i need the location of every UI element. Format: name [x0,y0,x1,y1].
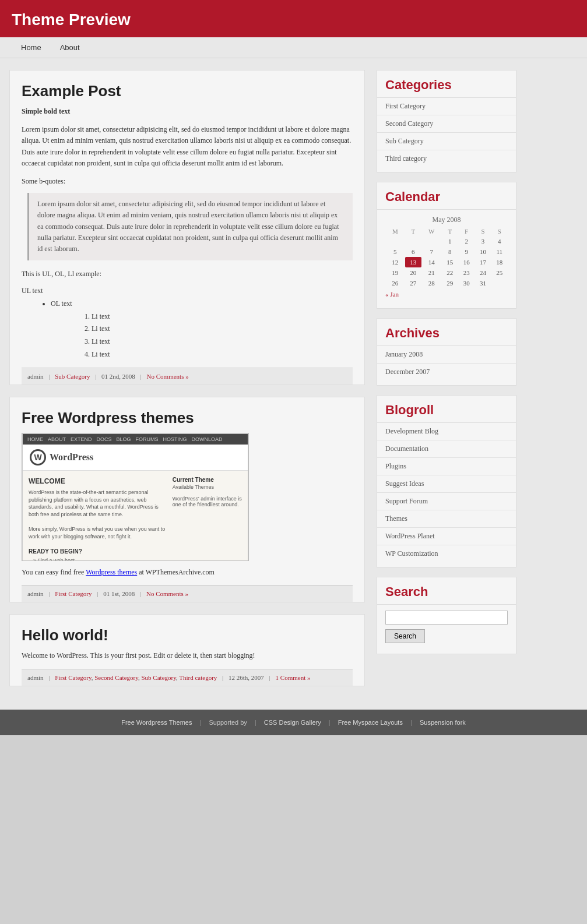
footer-link-4[interactable]: Free Myspace Layouts [338,719,403,726]
sidebar: Categories First Category Second Categor… [377,70,516,698]
post-category-link-2[interactable]: First Category [55,590,92,597]
list-item: Li text [92,336,353,348]
calendar-prev-link[interactable]: « Jan [385,291,399,298]
site-footer: Free Wordpress Themes | Supported by | C… [0,710,587,735]
post-author-1: admin [27,373,44,380]
search-button[interactable]: Search [385,629,425,643]
wp-logo-area: W WordPress [23,445,248,471]
wp-body: WELCOME WordPress is the state-of-the-ar… [23,471,248,561]
list-item[interactable]: Documentation [377,440,516,458]
list-item[interactable]: Themes [377,510,516,528]
list-item[interactable]: Third category [377,150,516,167]
cal-cell: 28 [421,278,442,288]
post-category-link-3d[interactable]: Third category [179,674,217,681]
calendar-table: M T W T F S S [385,227,508,288]
blogroll-widget-title: Blogroll [377,396,516,423]
post-comments-link-3[interactable]: 1 Comment » [276,674,311,681]
archive-link-2[interactable]: December 2007 [385,368,430,376]
search-input[interactable] [385,611,508,625]
cal-cell: 22 [442,267,458,278]
category-link-1[interactable]: First Category [385,102,426,110]
post-comments-link-1[interactable]: No Comments » [147,373,189,380]
blogroll-link-7[interactable]: WordPress Planet [385,532,435,540]
nav-item-home[interactable]: Home [12,37,51,58]
cal-cell: 16 [458,257,474,267]
list-item[interactable]: WordPress Planet [377,528,516,545]
post-category-link-3c[interactable]: Sub Category [141,674,175,681]
category-link-3[interactable]: Sub Category [385,137,424,145]
post-author-3: admin [27,674,44,681]
list-item: OL text [51,298,353,311]
list-item[interactable]: Second Category [377,115,516,133]
blogroll-link-4[interactable]: Suggest Ideas [385,479,424,488]
archives-widget-title: Archives [377,319,516,346]
cal-header-t1: T [405,227,421,236]
blogroll-link-5[interactable]: Support Forum [385,497,428,505]
calendar-widget-title: Calendar [377,182,516,210]
list-item[interactable]: Support Forum [377,493,516,510]
cal-cell: 9 [458,246,474,257]
cal-cell: 20 [405,267,421,278]
search-form: Search [377,605,516,649]
search-widget: Search Search [377,577,516,654]
list-item: Li text [92,311,353,323]
list-item[interactable]: Suggest Ideas [377,475,516,493]
cal-cell [491,278,508,288]
bquotes-label: Some b-quotes: [22,176,353,187]
blogroll-link-6[interactable]: Themes [385,514,407,523]
cal-cell [421,236,442,246]
post-category-link-3b[interactable]: Second Category [94,674,138,681]
cal-cell: 2 [458,236,474,246]
archive-link-1[interactable]: January 2008 [385,350,423,358]
cal-cell: 12 [385,257,405,267]
post-title-2: Free Wordpress themes [22,409,353,427]
post-author-2: admin [27,590,44,597]
wordpress-themes-link[interactable]: Wordpress themes [86,568,137,576]
cal-cell: 11 [491,246,508,257]
blogroll-link-8[interactable]: WP Customization [385,549,438,558]
archives-widget: Archives January 2008 December 2007 [377,318,516,386]
post-blockquote-1: Lorem ipsum dolor sit amet, consectetur … [27,193,353,260]
list-item[interactable]: Development Blog [377,423,516,440]
footer-link-3[interactable]: CSS Design Gallery [264,719,321,726]
ul-label: UL text [22,287,353,295]
list-item[interactable]: First Category [377,98,516,115]
post-footer-1: admin | Sub Category | 01 2nd, 2008 | No… [22,368,353,385]
wp-side-col: Current Theme Available Themes WordPress… [173,477,242,561]
category-link-2[interactable]: Second Category [385,119,433,128]
list-item[interactable]: Plugins [377,458,516,475]
cal-cell: 25 [491,267,508,278]
list-item[interactable]: WP Customization [377,545,516,562]
list-item: Li text [92,348,353,361]
post-hello-world: Hello world! Welcome to WordPress. This … [9,614,365,686]
cal-cell: 14 [421,257,442,267]
blogroll-link-1[interactable]: Development Blog [385,427,438,435]
cal-cell: 15 [442,257,458,267]
blogroll-link-2[interactable]: Documentation [385,445,428,453]
cal-cell: 3 [474,236,491,246]
blogroll-link-3[interactable]: Plugins [385,462,406,470]
post-footer-2: admin | First Category | 01 1st, 2008 | … [22,585,353,602]
nav-link-home[interactable]: Home [12,37,51,58]
post-category-link-3a[interactable]: First Category [55,674,92,681]
list-item[interactable]: December 2007 [377,364,516,380]
cal-cell: 23 [458,267,474,278]
cal-cell: 18 [491,257,508,267]
nav-item-about[interactable]: About [51,37,89,58]
post-comments-link-2[interactable]: No Comments » [146,590,188,597]
list-item[interactable]: January 2008 [377,346,516,364]
cal-header-s1: S [474,227,491,236]
site-title[interactable]: Theme Preview [12,10,575,29]
footer-link-1[interactable]: Free Wordpress Themes [121,719,192,726]
post-body-2: You can easy find free Wordpress themes … [22,567,353,578]
cal-cell: 30 [458,278,474,288]
list-item[interactable]: Sub Category [377,133,516,150]
post-category-link-1[interactable]: Sub Category [55,373,90,380]
nav-link-about[interactable]: About [51,37,89,58]
category-link-4[interactable]: Third category [385,154,427,163]
cal-cell: 1 [442,236,458,246]
cal-cell: 31 [474,278,491,288]
list-item: Li text [92,323,353,336]
ol-nested: Li text Li text Li text Li text [92,311,353,361]
footer-link-5[interactable]: Suspension fork [420,719,466,726]
